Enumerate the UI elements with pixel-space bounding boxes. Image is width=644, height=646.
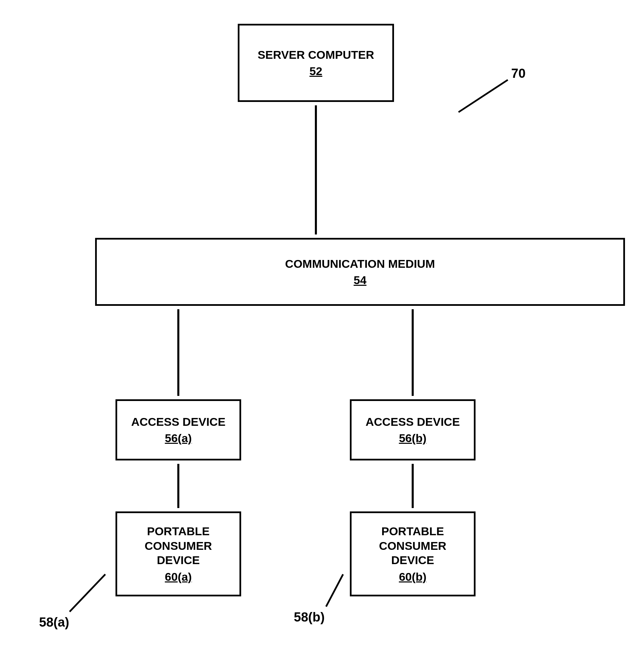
- device-b-ref: 60(b): [358, 570, 468, 584]
- diagram-canvas: SERVER COMPUTER 52 COMMUNICATION MEDIUM …: [0, 0, 644, 646]
- access-a-ref: 56(a): [165, 431, 192, 446]
- server-title: SERVER COMPUTER: [257, 48, 374, 62]
- access-b-title: ACCESS DEVICE: [365, 415, 460, 429]
- server-computer-box: SERVER COMPUTER 52: [238, 24, 394, 102]
- access-device-a-box: ACCESS DEVICE 56(a): [115, 399, 241, 460]
- pointer-group-a-ref: [70, 574, 105, 612]
- medium-title: COMMUNICATION MEDIUM: [285, 257, 435, 271]
- system-ref-label: 70: [511, 66, 525, 81]
- medium-ref: 54: [354, 273, 366, 287]
- access-device-b-box: ACCESS DEVICE 56(b): [350, 399, 476, 460]
- access-a-title: ACCESS DEVICE: [131, 415, 226, 429]
- pointer-group-b-ref: [326, 574, 343, 607]
- device-b-title: PORTABLE CONSUMER DEVICE: [358, 524, 468, 568]
- portable-consumer-device-b-box: PORTABLE CONSUMER DEVICE 60(b): [350, 511, 476, 596]
- access-b-ref: 56(b): [399, 431, 426, 446]
- pointer-system-ref: [459, 80, 508, 112]
- communication-medium-box: COMMUNICATION MEDIUM 54: [95, 238, 625, 306]
- group-a-ref-label: 58(a): [39, 615, 69, 630]
- device-a-ref: 60(a): [123, 570, 233, 584]
- group-b-ref-label: 58(b): [294, 610, 325, 625]
- device-a-title: PORTABLE CONSUMER DEVICE: [123, 524, 233, 568]
- server-ref: 52: [309, 64, 322, 78]
- portable-consumer-device-a-box: PORTABLE CONSUMER DEVICE 60(a): [115, 511, 241, 596]
